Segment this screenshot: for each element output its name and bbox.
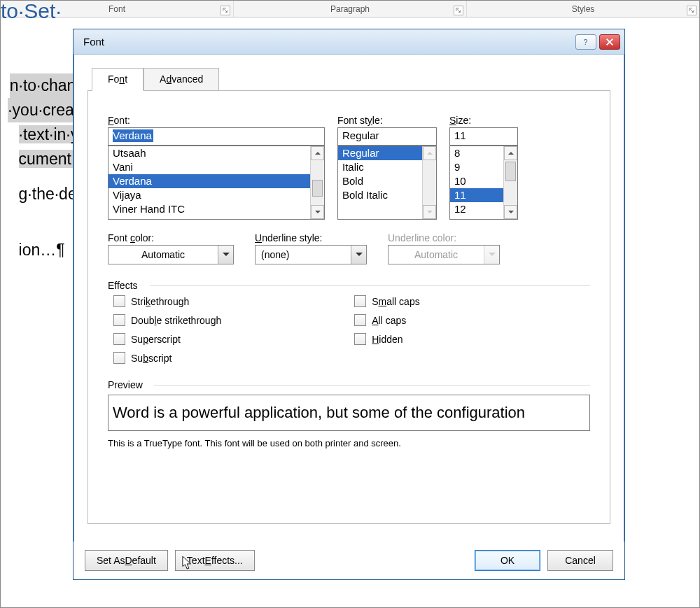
dialog-footer: Set As Default Text Effects... OK Cancel xyxy=(74,542,624,579)
list-item[interactable]: Viner Hand ITC xyxy=(108,202,324,216)
list-item[interactable]: Utsaah xyxy=(108,146,324,160)
list-item[interactable]: Vijaya xyxy=(108,188,324,202)
close-button[interactable] xyxy=(599,34,620,50)
dialog-titlebar[interactable]: Font ? xyxy=(74,29,624,55)
font-name-input[interactable]: Verdana xyxy=(108,127,325,146)
font-label: Font: xyxy=(108,115,325,126)
preview-note: This is a TrueType font. This font will … xyxy=(108,438,590,448)
combo-value: Automatic xyxy=(108,249,218,260)
font-style-column: Font style: Regular Regular Italic Bold … xyxy=(337,115,437,220)
list-item[interactable]: Bold xyxy=(338,174,436,188)
combo-value: (none) xyxy=(255,249,351,260)
chevron-up-icon xyxy=(427,151,433,155)
set-as-default-button[interactable]: Set As Default xyxy=(85,550,168,571)
ok-button[interactable]: OK xyxy=(475,550,540,571)
chevron-down-icon xyxy=(508,210,514,214)
checkbox-subscript[interactable]: Subscript xyxy=(113,352,221,364)
combo-value: Automatic xyxy=(388,249,484,260)
checkbox-small-caps[interactable]: Small caps xyxy=(354,295,419,307)
styles-dialog-launcher[interactable] xyxy=(687,6,696,15)
checkbox-label: Superscript xyxy=(131,334,181,345)
chevron-up-icon xyxy=(315,151,321,155)
font-dialog: Font ? Font Advanced Font: Verdana Utsaa… xyxy=(73,29,625,580)
font-style-label: Font style: xyxy=(337,115,437,126)
chevron-down-icon xyxy=(223,253,230,257)
checkbox-box xyxy=(113,352,125,364)
scroll-up-button[interactable] xyxy=(504,146,517,160)
checkbox-label: Strikethrough xyxy=(131,296,189,307)
scroll-up-button[interactable] xyxy=(423,146,436,160)
checkbox-box xyxy=(354,295,366,307)
checkbox-box xyxy=(113,314,125,326)
ribbon-group-paragraph: Paragraph xyxy=(234,1,467,17)
list-item[interactable]: Italic xyxy=(338,160,436,174)
underline-color-label: Underline color: xyxy=(388,232,500,243)
scroll-thumb[interactable] xyxy=(312,180,323,197)
effects-left-column: Strikethrough Double strikethrough Super… xyxy=(113,295,221,364)
underline-color-combo: Automatic xyxy=(388,245,500,264)
font-style-input[interactable]: Regular xyxy=(337,127,437,146)
list-item[interactable]: Vani xyxy=(108,160,324,174)
launcher-icon xyxy=(689,8,694,13)
scroll-up-button[interactable] xyxy=(311,146,324,160)
ribbon-group-styles: Styles xyxy=(467,1,699,17)
tab-strip: Font Advanced xyxy=(92,67,619,90)
tab-font[interactable]: Font xyxy=(92,68,144,91)
checkbox-box xyxy=(354,333,366,345)
launcher-icon xyxy=(456,8,461,13)
scroll-down-button[interactable] xyxy=(504,205,517,219)
help-icon: ? xyxy=(581,37,591,47)
cancel-button[interactable]: Cancel xyxy=(547,550,613,571)
chevron-down-icon xyxy=(489,253,496,257)
checkbox-superscript[interactable]: Superscript xyxy=(113,333,221,345)
list-item[interactable]: Verdana xyxy=(108,174,324,188)
tab-advanced[interactable]: Advanced xyxy=(144,68,219,91)
font-tab-panel: Font: Verdana Utsaah Vani Verdana Vijaya… xyxy=(88,90,610,524)
scrollbar[interactable] xyxy=(422,146,436,219)
list-item[interactable]: Bold Italic xyxy=(338,188,436,202)
underline-style-combo[interactable]: (none) xyxy=(255,245,367,264)
effects-right-column: Small caps All caps Hidden xyxy=(354,295,419,364)
font-selection-row: Font: Verdana Utsaah Vani Verdana Vijaya… xyxy=(108,115,590,220)
font-listbox[interactable]: Utsaah Vani Verdana Vijaya Viner Hand IT… xyxy=(108,146,325,220)
ribbon-group-labels: Font Paragraph Styles xyxy=(1,1,699,17)
checkbox-hidden[interactable]: Hidden xyxy=(354,333,419,345)
text-effects-button[interactable]: Text Effects... xyxy=(175,550,255,571)
checkbox-double-strikethrough[interactable]: Double strikethrough xyxy=(113,314,221,326)
underline-style-label: Underline style: xyxy=(255,232,367,243)
checkbox-label: Double strikethrough xyxy=(131,315,221,326)
effects-group: Strikethrough Double strikethrough Super… xyxy=(108,295,590,364)
chevron-down-icon xyxy=(427,210,433,214)
ribbon-group-label: Paragraph xyxy=(330,4,370,14)
underline-style-field: Underline style: (none) xyxy=(255,232,367,264)
dropdown-button[interactable] xyxy=(218,246,233,264)
effects-section-label: Effects xyxy=(108,280,590,291)
ribbon-group-label: Font xyxy=(108,4,125,14)
font-dialog-launcher[interactable] xyxy=(220,6,230,15)
scroll-down-button[interactable] xyxy=(423,205,436,219)
scroll-thumb[interactable] xyxy=(505,162,516,181)
font-style-listbox[interactable]: Regular Italic Bold Bold Italic xyxy=(337,146,437,220)
font-size-input[interactable]: 11 xyxy=(449,127,518,146)
checkbox-label: Hidden xyxy=(372,334,402,345)
font-size-listbox[interactable]: 8 9 10 11 12 xyxy=(449,146,518,220)
chevron-down-icon xyxy=(356,253,363,257)
list-item[interactable]: Regular xyxy=(338,146,436,160)
scroll-down-button[interactable] xyxy=(311,205,324,219)
font-color-label: Font color: xyxy=(108,232,234,243)
dropdown-button[interactable] xyxy=(351,246,366,264)
checkbox-strikethrough[interactable]: Strikethrough xyxy=(113,295,221,307)
font-color-combo[interactable]: Automatic xyxy=(108,245,234,264)
scrollbar[interactable] xyxy=(503,146,517,219)
close-icon xyxy=(605,37,615,47)
checkbox-all-caps[interactable]: All caps xyxy=(354,314,419,326)
chevron-up-icon xyxy=(508,151,514,155)
checkbox-label: All caps xyxy=(372,315,406,326)
color-underline-row: Font color: Automatic Underline style: (… xyxy=(108,232,590,264)
help-button[interactable]: ? xyxy=(575,34,596,50)
svg-text:?: ? xyxy=(584,37,588,45)
scrollbar[interactable] xyxy=(310,146,324,219)
doc-text: ion…¶ xyxy=(19,241,65,259)
preview-section-label: Preview xyxy=(108,379,590,390)
paragraph-dialog-launcher[interactable] xyxy=(454,6,463,15)
